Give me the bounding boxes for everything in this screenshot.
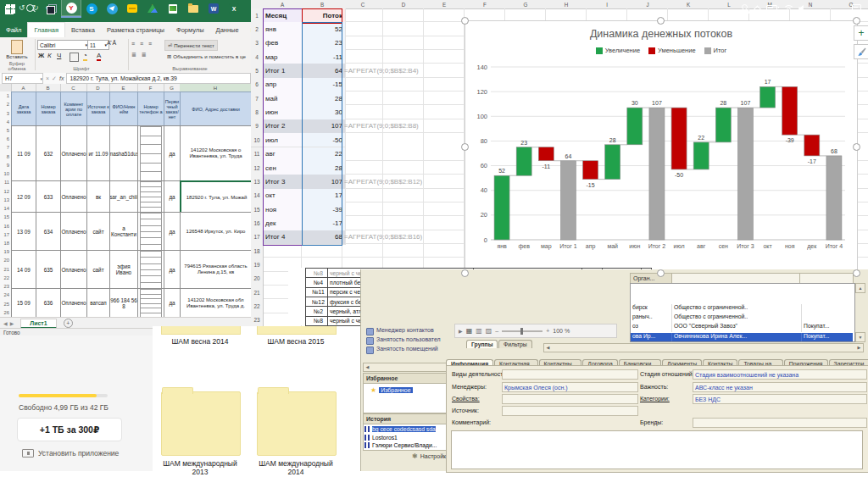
cell-B9[interactable]: 107 <box>302 119 346 134</box>
cell-B8[interactable]: 30 <box>302 105 346 119</box>
importance-field[interactable]: АВС-класс не указан <box>693 382 867 392</box>
italic-button[interactable]: К <box>47 52 52 59</box>
row-number-13[interactable]: 13 <box>251 175 264 189</box>
cell-A16[interactable]: дек <box>263 216 305 230</box>
settings-button[interactable]: ✱Настройка <box>412 452 449 460</box>
wrap-text-button[interactable]: ⏎Перенести текст <box>164 40 218 51</box>
row-number-19[interactable]: 19 <box>251 258 264 272</box>
enter-icon[interactable]: ✓ <box>52 75 57 82</box>
categories-link[interactable]: Категории: <box>640 396 670 402</box>
zoom-in-icon[interactable]: + <box>546 328 549 334</box>
row-number-7[interactable]: 7 <box>251 92 264 106</box>
align-left-icons[interactable]: ≣ ≣ <box>131 52 148 58</box>
scroll-left-icon[interactable]: ◀ <box>544 344 552 350</box>
row-number-5[interactable]: 5 <box>251 64 264 78</box>
stage-field[interactable]: Стадия взаимоотношений не указана <box>693 369 867 380</box>
upgrade-storage-button[interactable]: +1 ТБ за 300₽ <box>17 418 122 441</box>
cell-B13[interactable]: 107 <box>302 175 346 189</box>
cell-A6[interactable]: апр <box>263 78 305 92</box>
scroll-left-icon[interactable]: ◀ <box>364 363 371 369</box>
select-all-corner[interactable] <box>0 84 12 92</box>
nav-link-1[interactable]: Менеджер контактов <box>376 327 463 333</box>
cell-A10[interactable]: июл <box>263 133 305 147</box>
history-item[interactable]: Lostoros1 <box>364 434 453 441</box>
ribbon-tab-Разметка страницы[interactable]: Разметка страницы <box>101 22 170 37</box>
cell-B10[interactable]: -50 <box>302 133 346 147</box>
action-center-icon[interactable] <box>852 4 861 13</box>
font-color-icon[interactable]: А <box>97 52 101 61</box>
comment-textarea[interactable] <box>451 430 863 469</box>
row-number-2[interactable]: 2 <box>251 22 264 36</box>
cell-A15[interactable]: ноя <box>263 202 305 217</box>
scroll-right-icon[interactable]: ▶ <box>855 344 863 350</box>
chart-handle[interactable] <box>461 17 469 25</box>
list-scroll-up-icon[interactable]: ▲ <box>855 283 865 293</box>
taskbar-icon-start[interactable] <box>0 0 20 17</box>
cell-B1[interactable]: Поток <box>302 8 346 23</box>
ribbon-tab-Главная[interactable]: Главная <box>27 22 65 37</box>
taskbar-icon-search[interactable] <box>20 0 41 17</box>
zoom-level[interactable]: 100 % <box>553 328 570 334</box>
row-number-18[interactable]: 18 <box>251 244 264 258</box>
chart-styles-button[interactable] <box>854 44 868 59</box>
battery-icon[interactable] <box>766 5 777 12</box>
taskbar-icon-yandex-disk[interactable] <box>122 0 142 17</box>
history-item[interactable]: bg cece codedcsasd sda <box>364 425 453 433</box>
row-number-20[interactable]: 20 <box>251 272 264 286</box>
folder-icon[interactable] <box>161 391 241 456</box>
waterfall-chart[interactable]: Динамика денежных потоков УвеличениеУмен… <box>465 20 858 274</box>
contact-row[interactable]: раныч..Общество с ограниченной.. <box>631 313 853 323</box>
paste-button[interactable]: Вставить <box>0 54 34 59</box>
cell-A4[interactable]: мар <box>263 50 305 64</box>
properties-field[interactable] <box>502 394 638 404</box>
cell-B17[interactable]: 68 <box>302 230 346 245</box>
cell-A1[interactable]: Месяц <box>263 8 305 23</box>
contact-row[interactable]: озООО "Северный Завоз"Покупат... <box>631 323 853 332</box>
cell-B2[interactable]: 52 <box>302 22 346 36</box>
ribbon-tab-Данные[interactable]: Данные <box>210 22 245 37</box>
row-number-9[interactable]: 9 <box>251 119 264 134</box>
cell-B14[interactable]: 17 <box>302 189 346 203</box>
taskbar-icon-notes[interactable] <box>163 0 183 17</box>
properties-link[interactable]: Свойства: <box>452 396 480 402</box>
list-scroll-down-icon[interactable]: ▼ <box>855 332 865 342</box>
list-h-scrollbar[interactable]: ◀▶ <box>543 343 864 352</box>
folder-label[interactable]: ШАМ весна 2015 <box>253 337 339 346</box>
cell-B15[interactable]: -39 <box>302 202 346 217</box>
chart-handle[interactable] <box>853 269 860 277</box>
contact-row[interactable]: бирскОбщество с ограниченной.. <box>631 304 853 313</box>
scroll-right-icon[interactable]: ▶ <box>459 328 463 334</box>
cell-B4[interactable]: -11 <box>302 50 346 64</box>
formula-input[interactable]: 182920 г. Тула, ул. Можайская д.2, кв.39 <box>66 73 251 84</box>
cell-B6[interactable]: -15 <box>302 78 346 92</box>
font-name-select[interactable]: Calibri▾ <box>37 40 90 50</box>
row-number-8[interactable]: 8 <box>251 105 264 119</box>
taskbar-icon-task-view[interactable] <box>41 0 61 17</box>
nav-link-2[interactable]: Занятость пользовател <box>376 336 463 342</box>
categories-field[interactable]: БЕЗ НДС <box>693 394 867 404</box>
cell-A3[interactable]: фев <box>263 36 305 51</box>
row-number-1[interactable]: 1 <box>251 8 264 23</box>
chart-handle[interactable] <box>853 17 860 25</box>
cell-A17[interactable]: Итог 4 <box>263 230 305 245</box>
row-number-17[interactable]: 17 <box>251 230 264 245</box>
fx-icon[interactable]: fx <box>59 75 64 81</box>
chart-handle[interactable] <box>461 143 469 151</box>
sheet-nav-right-icon[interactable]: ▶ <box>10 320 14 326</box>
view-break-icon[interactable]: ▨ <box>486 327 492 335</box>
row-number-14[interactable]: 14 <box>251 189 264 203</box>
cell-A13[interactable]: Итог 3 <box>263 175 305 189</box>
chart-handle[interactable] <box>657 17 665 25</box>
view-layout-icon[interactable]: ▥ <box>476 327 482 335</box>
view-normal-icon[interactable]: ▦ <box>466 327 473 335</box>
group-tab-Группы[interactable]: Группы <box>466 340 498 348</box>
cell-B16[interactable]: -17 <box>302 216 346 230</box>
row-number-12[interactable]: 12 <box>251 161 264 175</box>
column-header-D[interactable]: D <box>86 84 110 92</box>
cell-B3[interactable]: 23 <box>302 36 346 51</box>
underline-button[interactable]: Ч <box>57 52 61 59</box>
cell-B12[interactable]: 28 <box>302 161 346 175</box>
cell-B11[interactable]: 22 <box>302 147 346 162</box>
sheet-nav-left-icon[interactable]: ◀ <box>3 320 8 326</box>
row-number-21[interactable]: 21 <box>251 286 264 300</box>
